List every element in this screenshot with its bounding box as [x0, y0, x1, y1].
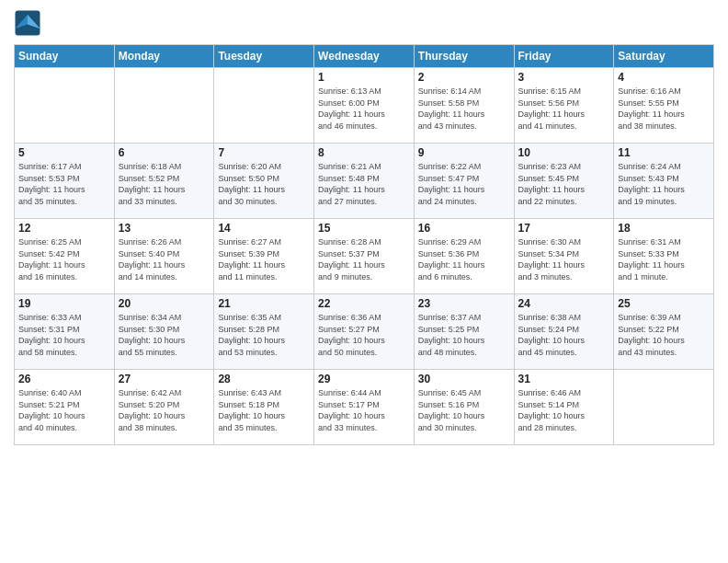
day-info: Sunrise: 6:21 AM Sunset: 5:48 PM Dayligh…	[318, 161, 410, 207]
day-number: 9	[418, 146, 510, 159]
calendar-header: SundayMondayTuesdayWednesdayThursdayFrid…	[15, 45, 714, 68]
day-info: Sunrise: 6:33 AM Sunset: 5:31 PM Dayligh…	[18, 312, 110, 358]
calendar-week-2: 5Sunrise: 6:17 AM Sunset: 5:53 PM Daylig…	[15, 144, 714, 219]
calendar-cell: 15Sunrise: 6:28 AM Sunset: 5:37 PM Dayli…	[314, 219, 415, 294]
day-info: Sunrise: 6:36 AM Sunset: 5:27 PM Dayligh…	[318, 312, 410, 358]
calendar-cell: 16Sunrise: 6:29 AM Sunset: 5:36 PM Dayli…	[414, 219, 514, 294]
calendar-cell: 21Sunrise: 6:35 AM Sunset: 5:28 PM Dayli…	[214, 294, 314, 370]
logo-icon	[14, 9, 41, 37]
day-info: Sunrise: 6:27 AM Sunset: 5:39 PM Dayligh…	[218, 236, 310, 282]
calendar-cell: 10Sunrise: 6:23 AM Sunset: 5:45 PM Dayli…	[514, 144, 614, 219]
day-number: 13	[119, 222, 210, 235]
day-number: 12	[18, 222, 110, 235]
weekday-header-sunday: Sunday	[15, 45, 115, 68]
calendar-cell	[114, 68, 214, 144]
day-number: 6	[119, 146, 210, 159]
calendar-cell: 25Sunrise: 6:39 AM Sunset: 5:22 PM Dayli…	[614, 294, 714, 370]
weekday-header-thursday: Thursday	[414, 45, 514, 68]
calendar-cell: 6Sunrise: 6:18 AM Sunset: 5:52 PM Daylig…	[114, 144, 214, 219]
calendar-cell: 30Sunrise: 6:45 AM Sunset: 5:16 PM Dayli…	[414, 370, 514, 445]
calendar-cell: 22Sunrise: 6:36 AM Sunset: 5:27 PM Dayli…	[314, 294, 415, 370]
calendar-cell: 1Sunrise: 6:13 AM Sunset: 6:00 PM Daylig…	[314, 68, 415, 144]
day-number: 18	[618, 222, 710, 235]
day-number: 1	[318, 71, 410, 84]
calendar-cell: 13Sunrise: 6:26 AM Sunset: 5:40 PM Dayli…	[114, 219, 214, 294]
day-info: Sunrise: 6:16 AM Sunset: 5:55 PM Dayligh…	[618, 86, 710, 132]
weekday-header-saturday: Saturday	[614, 45, 714, 68]
day-info: Sunrise: 6:35 AM Sunset: 5:28 PM Dayligh…	[218, 312, 310, 358]
calendar-week-1: 1Sunrise: 6:13 AM Sunset: 6:00 PM Daylig…	[15, 68, 714, 144]
calendar-cell: 5Sunrise: 6:17 AM Sunset: 5:53 PM Daylig…	[15, 144, 115, 219]
day-info: Sunrise: 6:20 AM Sunset: 5:50 PM Dayligh…	[218, 161, 310, 207]
day-number: 17	[518, 222, 610, 235]
calendar-cell: 3Sunrise: 6:15 AM Sunset: 5:56 PM Daylig…	[514, 68, 614, 144]
day-number: 20	[119, 297, 210, 310]
calendar-cell: 7Sunrise: 6:20 AM Sunset: 5:50 PM Daylig…	[214, 144, 314, 219]
day-info: Sunrise: 6:25 AM Sunset: 5:42 PM Dayligh…	[18, 236, 110, 282]
calendar-cell: 18Sunrise: 6:31 AM Sunset: 5:33 PM Dayli…	[614, 219, 714, 294]
weekday-header-friday: Friday	[514, 45, 614, 68]
calendar-cell: 17Sunrise: 6:30 AM Sunset: 5:34 PM Dayli…	[514, 219, 614, 294]
calendar-cell: 12Sunrise: 6:25 AM Sunset: 5:42 PM Dayli…	[15, 219, 115, 294]
day-info: Sunrise: 6:29 AM Sunset: 5:36 PM Dayligh…	[418, 236, 510, 282]
day-number: 29	[318, 373, 410, 385]
calendar-cell: 24Sunrise: 6:38 AM Sunset: 5:24 PM Dayli…	[514, 294, 614, 370]
day-info: Sunrise: 6:15 AM Sunset: 5:56 PM Dayligh…	[518, 86, 610, 132]
calendar-cell	[15, 68, 115, 144]
calendar-cell: 2Sunrise: 6:14 AM Sunset: 5:58 PM Daylig…	[414, 68, 514, 144]
day-info: Sunrise: 6:31 AM Sunset: 5:33 PM Dayligh…	[618, 236, 710, 282]
day-info: Sunrise: 6:43 AM Sunset: 5:18 PM Dayligh…	[218, 387, 310, 433]
weekday-row: SundayMondayTuesdayWednesdayThursdayFrid…	[15, 45, 714, 68]
calendar-cell: 31Sunrise: 6:46 AM Sunset: 5:14 PM Dayli…	[514, 370, 614, 445]
calendar-cell: 19Sunrise: 6:33 AM Sunset: 5:31 PM Dayli…	[15, 294, 115, 370]
calendar-cell	[214, 68, 314, 144]
day-info: Sunrise: 6:37 AM Sunset: 5:25 PM Dayligh…	[418, 312, 510, 358]
day-info: Sunrise: 6:38 AM Sunset: 5:24 PM Dayligh…	[518, 312, 610, 358]
calendar-cell: 27Sunrise: 6:42 AM Sunset: 5:20 PM Dayli…	[114, 370, 214, 445]
calendar-cell: 11Sunrise: 6:24 AM Sunset: 5:43 PM Dayli…	[614, 144, 714, 219]
day-number: 5	[18, 146, 110, 159]
day-number: 15	[318, 222, 410, 235]
calendar-cell: 26Sunrise: 6:40 AM Sunset: 5:21 PM Dayli…	[15, 370, 115, 445]
day-info: Sunrise: 6:42 AM Sunset: 5:20 PM Dayligh…	[119, 387, 210, 433]
logo	[14, 9, 45, 37]
calendar-cell: 20Sunrise: 6:34 AM Sunset: 5:30 PM Dayli…	[114, 294, 214, 370]
day-info: Sunrise: 6:45 AM Sunset: 5:16 PM Dayligh…	[418, 387, 510, 433]
day-number: 26	[18, 373, 110, 385]
day-number: 27	[119, 373, 210, 385]
day-number: 7	[218, 146, 310, 159]
calendar-week-5: 26Sunrise: 6:40 AM Sunset: 5:21 PM Dayli…	[15, 370, 714, 445]
day-number: 30	[418, 373, 510, 385]
day-number: 3	[518, 71, 610, 84]
calendar-cell: 23Sunrise: 6:37 AM Sunset: 5:25 PM Dayli…	[414, 294, 514, 370]
day-info: Sunrise: 6:26 AM Sunset: 5:40 PM Dayligh…	[119, 236, 210, 282]
day-info: Sunrise: 6:17 AM Sunset: 5:53 PM Dayligh…	[18, 161, 110, 207]
day-number: 21	[218, 297, 310, 310]
day-number: 22	[318, 297, 410, 310]
calendar-body: 1Sunrise: 6:13 AM Sunset: 6:00 PM Daylig…	[15, 68, 714, 445]
calendar-week-3: 12Sunrise: 6:25 AM Sunset: 5:42 PM Dayli…	[15, 219, 714, 294]
day-number: 19	[18, 297, 110, 310]
calendar-cell	[614, 370, 714, 445]
page: SundayMondayTuesdayWednesdayThursdayFrid…	[0, 0, 728, 563]
day-number: 2	[418, 71, 510, 84]
day-info: Sunrise: 6:34 AM Sunset: 5:30 PM Dayligh…	[119, 312, 210, 358]
day-info: Sunrise: 6:22 AM Sunset: 5:47 PM Dayligh…	[418, 161, 510, 207]
header	[14, 9, 714, 37]
day-number: 14	[218, 222, 310, 235]
day-info: Sunrise: 6:23 AM Sunset: 5:45 PM Dayligh…	[518, 161, 610, 207]
day-info: Sunrise: 6:46 AM Sunset: 5:14 PM Dayligh…	[518, 387, 610, 433]
calendar-cell: 28Sunrise: 6:43 AM Sunset: 5:18 PM Dayli…	[214, 370, 314, 445]
day-info: Sunrise: 6:44 AM Sunset: 5:17 PM Dayligh…	[318, 387, 410, 433]
day-info: Sunrise: 6:30 AM Sunset: 5:34 PM Dayligh…	[518, 236, 610, 282]
day-info: Sunrise: 6:14 AM Sunset: 5:58 PM Dayligh…	[418, 86, 510, 132]
day-number: 31	[518, 373, 610, 385]
day-number: 11	[618, 146, 710, 159]
day-number: 24	[518, 297, 610, 310]
calendar-cell: 29Sunrise: 6:44 AM Sunset: 5:17 PM Dayli…	[314, 370, 415, 445]
calendar-cell: 4Sunrise: 6:16 AM Sunset: 5:55 PM Daylig…	[614, 68, 714, 144]
day-info: Sunrise: 6:28 AM Sunset: 5:37 PM Dayligh…	[318, 236, 410, 282]
calendar-cell: 8Sunrise: 6:21 AM Sunset: 5:48 PM Daylig…	[314, 144, 415, 219]
day-number: 28	[218, 373, 310, 385]
day-info: Sunrise: 6:18 AM Sunset: 5:52 PM Dayligh…	[119, 161, 210, 207]
